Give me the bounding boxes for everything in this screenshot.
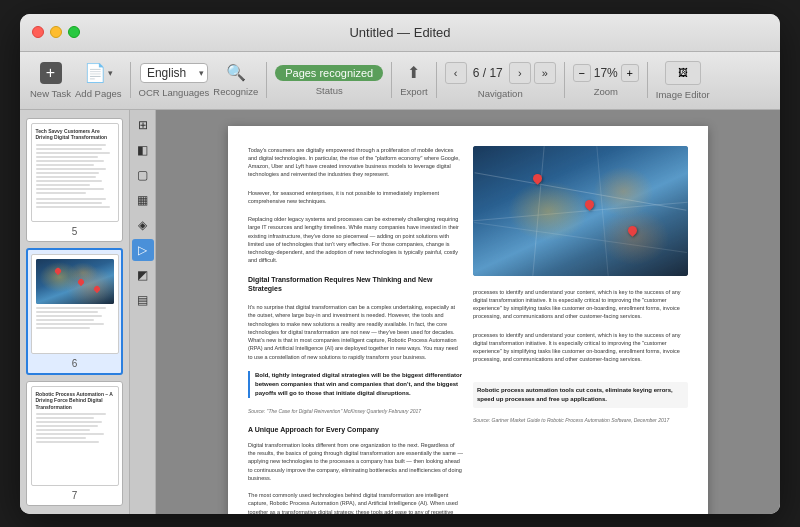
left-column: Today's consumers are digitally empowere…	[248, 146, 463, 514]
image-editor-group[interactable]: 🖼 Image Editor	[656, 61, 710, 100]
right-column: processes to identify and understand you…	[473, 146, 688, 514]
add-pages-label: Add Pages	[75, 88, 121, 99]
export-label: Export	[400, 86, 427, 97]
thumb-5-image: Tech Savvy Customers Are Driving Digital…	[31, 123, 119, 223]
divider-4	[436, 62, 437, 98]
cursor-tool-button[interactable]: ▷	[132, 239, 154, 261]
doc-para-3: Replacing older legacy systems and proce…	[248, 215, 463, 265]
doc-para-6: The most commonly used technologies behi…	[248, 491, 463, 513]
layer-tool-button[interactable]: ◧	[132, 139, 154, 161]
language-select[interactable]: English	[140, 63, 208, 83]
page-thumb-6[interactable]: 6	[26, 248, 123, 375]
window-title: Untitled — Edited	[349, 25, 450, 40]
right-blockquote: Robotic process automation tools cut cos…	[473, 382, 688, 408]
image-editor-icon: 🖼	[665, 61, 701, 85]
table-tool-button[interactable]: ▦	[132, 189, 154, 211]
ocr-languages-group[interactable]: English ▾ OCR Languages	[139, 63, 210, 98]
right-para-1: processes to identify and understand you…	[473, 288, 688, 321]
zoom-value: 17%	[594, 66, 618, 80]
page-6-number: 6	[72, 358, 78, 369]
doc-para-5: Digital transformation looks different f…	[248, 441, 463, 482]
page-info: 6 / 17	[469, 66, 507, 80]
page-sidebar: Tech Savvy Customers Are Driving Digital…	[20, 110, 130, 514]
traffic-lights	[32, 26, 80, 38]
magnifier-icon: 🔍	[226, 63, 246, 82]
titlebar: Untitled — Edited	[20, 14, 780, 52]
doc-blockquote: Bold, tightly integrated digital strateg…	[248, 371, 463, 398]
doc-intro-para: Today's consumers are digitally empowere…	[248, 146, 463, 179]
source-2: Source: Gartner Market Guide to Robotic …	[473, 417, 688, 423]
zoom-in-button[interactable]: +	[621, 64, 639, 82]
doc-icon: 📄	[84, 62, 106, 84]
thumb-6-image	[31, 254, 119, 354]
close-button[interactable]	[32, 26, 44, 38]
doc-para-4: It's no surprise that digital transforma…	[248, 303, 463, 361]
minimize-button[interactable]	[50, 26, 62, 38]
doc-heading-1: Digital Transformation Requires New Thin…	[248, 275, 463, 295]
area-tool-button[interactable]: ◈	[132, 214, 154, 236]
right-para-1-extra: processes to identify and understand you…	[473, 331, 688, 364]
recognize-label: Recognize	[213, 86, 258, 97]
add-pages-group[interactable]: 📄 ▾ Add Pages	[75, 62, 121, 99]
status-group: Pages recognized Status	[275, 65, 383, 96]
page-thumb-5[interactable]: Tech Savvy Customers Are Driving Digital…	[26, 118, 123, 243]
status-label: Status	[316, 85, 343, 96]
image-editor-label: Image Editor	[656, 89, 710, 100]
column-tool-button[interactable]: ◩	[132, 264, 154, 286]
ocr-languages-label: OCR Languages	[139, 87, 210, 98]
zoom-group: − 17% + Zoom	[573, 64, 639, 97]
nav-next-button[interactable]: ›	[509, 62, 531, 84]
divider-2	[266, 62, 267, 98]
page-5-number: 5	[72, 226, 78, 237]
export-icon: ⬆	[407, 63, 420, 82]
zoom-out-button[interactable]: −	[573, 64, 591, 82]
maximize-button[interactable]	[68, 26, 80, 38]
new-task-label: New Task	[30, 88, 71, 99]
navigation-label: Navigation	[478, 88, 523, 99]
chevron-down-icon: ▾	[108, 68, 113, 78]
document-area[interactable]: Today's consumers are digitally empowere…	[156, 110, 780, 514]
thumb-7-image: Robotic Process Automation – A Driving F…	[31, 386, 119, 486]
source-1: Source: "The Case for Digital Reinventio…	[248, 408, 463, 414]
divider-3	[391, 62, 392, 98]
export-group[interactable]: ⬆ Export	[400, 63, 427, 97]
grid-tool-button[interactable]: ⊞	[132, 114, 154, 136]
plus-icon: +	[40, 62, 62, 84]
document-page: Today's consumers are digitally empowere…	[228, 126, 708, 514]
divider-5	[564, 62, 565, 98]
toolbar: + New Task 📄 ▾ Add Pages English ▾ OCR L…	[20, 52, 780, 110]
nav-prev-button[interactable]: ‹	[445, 62, 467, 84]
status-badge: Pages recognized	[275, 65, 383, 81]
select-tool-button[interactable]: ▢	[132, 164, 154, 186]
new-task-group[interactable]: + New Task	[30, 62, 71, 99]
page-7-number: 7	[72, 490, 78, 501]
row-tool-button[interactable]: ▤	[132, 289, 154, 311]
main-content: Tech Savvy Customers Are Driving Digital…	[20, 110, 780, 514]
page-thumb-7[interactable]: Robotic Process Automation – A Driving F…	[26, 381, 123, 506]
tool-panel: ⊞ ◧ ▢ ▦ ◈ ▷ ◩ ▤	[130, 110, 156, 514]
doc-para-2: However, for seasoned enterprises, it is…	[248, 189, 463, 206]
navigation-group: ‹ 6 / 17 › » Navigation	[445, 62, 556, 99]
app-window: Untitled — Edited + New Task 📄 ▾ Add Pag…	[20, 14, 780, 514]
section-heading-unique: A Unique Approach for Every Company	[248, 426, 463, 433]
nav-last-button[interactable]: »	[534, 62, 556, 84]
divider-1	[130, 62, 131, 98]
recognize-group[interactable]: 🔍 Recognize	[213, 63, 258, 97]
zoom-label: Zoom	[594, 86, 618, 97]
divider-6	[647, 62, 648, 98]
